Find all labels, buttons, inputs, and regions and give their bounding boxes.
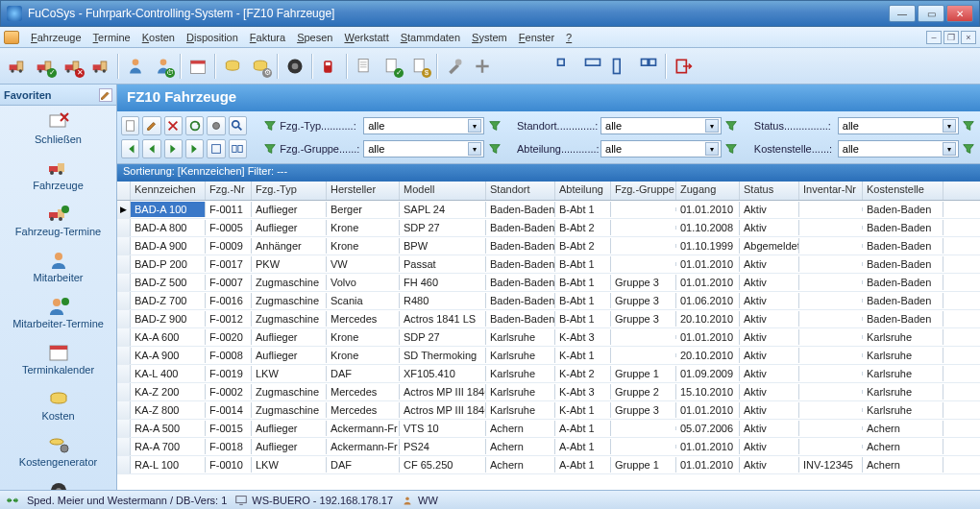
tb-win3[interactable] (607, 53, 634, 80)
col-header[interactable]: Standort (486, 182, 555, 200)
nav-next[interactable] (164, 139, 183, 158)
table-row[interactable]: KA-A 600F-0020AufliegerKroneSDP 27Karlsr… (117, 328, 980, 347)
menu-werkstatt[interactable]: Werkstatt (338, 30, 394, 45)
filter-icon[interactable] (262, 140, 277, 158)
filter-icon[interactable] (724, 117, 739, 134)
col-header[interactable]: Zugang (676, 182, 740, 200)
refresh-button[interactable] (185, 116, 204, 135)
select-fzgtyp[interactable]: alle▾ (363, 117, 484, 134)
col-header[interactable]: Fzg.-Nr (206, 182, 252, 200)
table-row[interactable]: KA-Z 800F-0014ZugmaschineMercedesActros … (117, 401, 980, 420)
table-row[interactable]: KA-A 900F-0008AufliegerKroneSD Thermokin… (117, 347, 980, 365)
filter-icon[interactable] (962, 140, 976, 158)
menu-system[interactable]: System (466, 30, 513, 45)
col-header[interactable]: Modell (400, 182, 486, 200)
maximize-button[interactable]: ▭ (918, 5, 944, 22)
tb-fuel[interactable] (316, 53, 343, 80)
menu-termine[interactable]: Termine (87, 30, 136, 45)
tb-win4[interactable] (635, 53, 662, 80)
favorites-edit-button[interactable] (99, 88, 112, 102)
table-row[interactable]: KA-Z 200F-0002ZugmaschineMercedesActros … (117, 383, 980, 401)
tb-win[interactable] (551, 53, 578, 80)
select-standort[interactable]: alle▾ (600, 117, 722, 134)
table-row[interactable]: KA-L 400F-0019LKWDAFXF105.410KarlsruheK-… (117, 365, 980, 383)
col-header[interactable]: Inventar-Nr (799, 182, 863, 200)
grid-body[interactable]: ▶BAD-A 100F-0011AufliegerBergerSAPL 24Ba… (117, 201, 980, 490)
search-button[interactable] (229, 116, 247, 135)
tb-truck2[interactable]: ✓ (32, 53, 59, 80)
tb-doc1[interactable] (351, 53, 378, 80)
filter-icon[interactable] (487, 140, 502, 158)
tb-exit[interactable] (670, 53, 697, 80)
select-kostenstelle[interactable]: alle▾ (838, 140, 959, 158)
edit-button[interactable] (142, 116, 160, 135)
mdi-close[interactable]: × (961, 31, 976, 44)
nav-first[interactable] (121, 139, 139, 158)
menu-spesen[interactable]: Spesen (291, 30, 338, 45)
favorite-person[interactable]: Mitarbeiter (0, 244, 116, 290)
table-row[interactable]: BAD-Z 500F-0007ZugmaschineVolvoFH 460Bad… (117, 274, 980, 292)
filter-icon[interactable] (962, 117, 976, 134)
favorite-money[interactable]: Kosten (0, 382, 116, 428)
favorite-close[interactable]: Schließen (0, 106, 116, 152)
tool-button[interactable] (207, 116, 225, 135)
select-fzggruppe[interactable]: alle▾ (363, 140, 484, 158)
favorite-truck[interactable]: Fahrzeuge (0, 152, 116, 198)
delete-button[interactable] (164, 116, 183, 135)
tb-cal[interactable] (184, 53, 211, 80)
table-row[interactable]: ▶BAD-A 100F-0011AufliegerBergerSAPL 24Ba… (117, 201, 980, 219)
col-header[interactable]: Abteilung (555, 182, 611, 200)
menu-stammdaten[interactable]: Stammdaten (395, 30, 466, 45)
tb-truck1[interactable] (4, 53, 31, 80)
favorite-calendar[interactable]: Terminkalender (0, 336, 116, 382)
col-header[interactable]: Hersteller (327, 182, 400, 200)
favorite-gear[interactable]: Kostengenerator (0, 428, 116, 474)
tb-person[interactable] (122, 53, 149, 80)
table-row[interactable]: BAD-A 900F-0009AnhängerKroneBPWBaden-Bad… (117, 237, 980, 255)
nav-prev[interactable] (142, 139, 160, 158)
tb-tool1[interactable] (441, 53, 468, 80)
menu-?[interactable]: ? (560, 30, 577, 45)
favorite-tire[interactable]: Reifen (0, 474, 116, 490)
col-header[interactable]: Fzg.-Gruppe (611, 182, 676, 200)
col-header[interactable]: Kostenstelle (863, 182, 943, 200)
favorite-truck-cal[interactable]: Fahrzeug-Termine (0, 198, 116, 244)
col-header[interactable]: Kennzeichen (131, 182, 206, 200)
menu-disposition[interactable]: Disposition (181, 30, 244, 45)
filter-icon[interactable] (724, 140, 739, 158)
table-row[interactable]: RA-L 100F-0010LKWDAFCF 65.250AchernA-Abt… (117, 456, 980, 474)
tb-truck3[interactable]: ✕ (60, 53, 86, 80)
table-row[interactable]: RA-A 500F-0015AufliegerAckermann-FrVTS 1… (117, 420, 980, 438)
col-header[interactable]: Status (740, 182, 799, 200)
table-row[interactable]: BAD-Z 700F-0016ZugmaschineScaniaR480Bade… (117, 292, 980, 310)
filter-icon[interactable] (262, 117, 277, 134)
filter-icon[interactable] (487, 117, 502, 134)
table-row[interactable]: BAD-Z 900F-0012ZugmaschineMercedesActros… (117, 310, 980, 328)
tb-truck4[interactable] (87, 53, 114, 80)
menu-fenster[interactable]: Fenster (513, 30, 560, 45)
tb-person2[interactable]: ⏱ (150, 53, 177, 80)
mdi-minimize[interactable]: – (926, 31, 942, 44)
tb-money[interactable] (219, 53, 246, 80)
minimize-button[interactable]: — (889, 5, 916, 22)
table-row[interactable]: BAD-P 200F-0017PKWVWPassatBaden-BadenB-A… (117, 255, 980, 274)
select-abteilung[interactable]: alle▾ (600, 140, 722, 158)
new-button[interactable] (121, 116, 139, 135)
view2-button[interactable] (229, 139, 247, 158)
close-button[interactable]: ✕ (946, 5, 973, 22)
tb-tool2[interactable] (469, 53, 496, 80)
table-row[interactable]: RA-A 700F-0018AufliegerAckermann-FrPS24A… (117, 438, 980, 456)
menu-faktura[interactable]: Faktura (244, 30, 291, 45)
tb-money2[interactable]: ⚙ (247, 53, 274, 80)
menu-fahrzeuge[interactable]: Fahrzeuge (25, 30, 87, 45)
menu-kosten[interactable]: Kosten (136, 30, 181, 45)
favorite-person-cal[interactable]: Mitarbeiter-Termine (0, 290, 116, 336)
tb-doc3[interactable]: $ (406, 53, 433, 80)
tb-win2[interactable] (579, 53, 606, 80)
view-button[interactable] (207, 139, 225, 158)
table-row[interactable]: BAD-A 800F-0005AufliegerKroneSDP 27Baden… (117, 219, 980, 237)
nav-last[interactable] (185, 139, 204, 158)
mdi-restore[interactable]: ❐ (943, 31, 959, 44)
col-header[interactable]: Fzg.-Typ (252, 182, 327, 200)
tb-tire[interactable] (282, 53, 308, 80)
